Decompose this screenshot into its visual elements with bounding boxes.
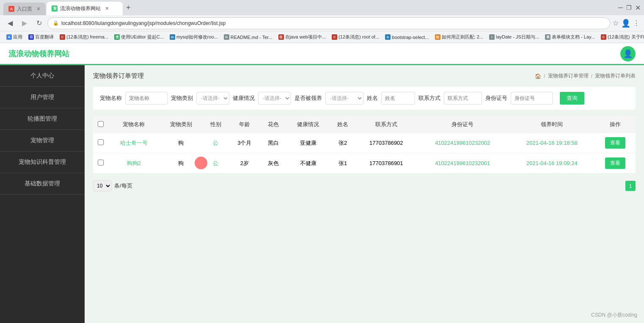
bookmark-form[interactable]: 表 表单模块文档 - Lay... <box>542 33 598 41</box>
row1-health: 亚健康 <box>286 133 330 153</box>
col-owner: 姓名 <box>330 116 356 133</box>
main-content: 宠物领养订单管理 🏠 / 宠物领养订单管理 / 宠物领养订单列表 宠物名称 宠物… <box>85 65 644 323</box>
site-logo: 流浪动物领养网站 <box>8 49 620 59</box>
sidebar-item-pets[interactable]: 宠物管理 <box>0 130 85 152</box>
col-health: 健康情况 <box>286 116 330 133</box>
browser-tab-active[interactable]: 宠 流浪动物领养网站 ✕ <box>47 2 123 15</box>
sidebar-item-knowledge[interactable]: 宠物知识科普管理 <box>0 152 85 173</box>
row1-owner: 张2 <box>330 133 356 153</box>
row2-adopt-time: 2021-04-16 19:09:24 <box>509 153 595 174</box>
row2-pet-type: 狗 <box>160 153 203 174</box>
bookmark-freema[interactable]: C (12条消息) freema... <box>57 33 111 41</box>
bookmark-laydate[interactable]: l layDate - JS日期与... <box>486 33 542 41</box>
sidebar-item-users[interactable]: 用户管理 <box>0 87 85 108</box>
user-avatar[interactable]: 👤 <box>620 46 636 61</box>
bookmarks-bar: A 应用 百 百度翻译 C (12条消息) freema... 使 使用UEdi… <box>0 31 644 43</box>
site-body: 个人中心 用户管理 轮播图管理 宠物管理 宠物知识科普管理 基础数据管理 宠物领… <box>0 65 644 323</box>
row2-age: 2岁 <box>229 153 260 174</box>
owner-input[interactable] <box>381 92 415 105</box>
col-adopt-time: 领养时间 <box>509 116 595 133</box>
profile-icon[interactable]: 👤 <box>621 19 630 28</box>
reload-button[interactable]: ↻ <box>33 17 45 29</box>
more-options-icon[interactable]: ⋮ <box>633 19 640 27</box>
bookmark-bootstrap[interactable]: b bootstrap-select... <box>382 33 432 41</box>
row1-age: 3个月 <box>229 133 260 153</box>
row1-idcard: 410224199610232002 <box>416 133 509 153</box>
per-page-label: 条/每页 <box>114 182 132 190</box>
site-header: 流浪动物领养网站 👤 <box>0 43 644 65</box>
row1-view-button[interactable]: 查看 <box>605 137 625 149</box>
breadcrumb-level1: 宠物领养订单管理 <box>548 72 589 80</box>
row2-idcard: 410224199610232001 <box>416 153 509 174</box>
sidebar-item-basic[interactable]: 基础数据管理 <box>0 173 85 195</box>
bookmark-apps[interactable]: A 应用 <box>3 33 25 41</box>
adopted-label: 是否被领养 <box>294 94 322 102</box>
health-select[interactable]: -请选择- 健康 亚健康 不健康 <box>258 92 291 105</box>
health-label: 健康情况 <box>233 94 255 102</box>
sidebar-item-personal[interactable]: 个人中心 <box>0 65 85 87</box>
idcard-input[interactable] <box>511 92 553 105</box>
col-color: 花色 <box>260 116 287 133</box>
col-contact: 联系方式 <box>356 116 417 133</box>
col-age: 年龄 <box>229 116 260 133</box>
bookmark-flay[interactable]: C (12条消息) 关于Flay... <box>598 33 644 41</box>
sidebar: 个人中心 用户管理 轮播图管理 宠物管理 宠物知识科普管理 基础数据管理 <box>0 65 85 323</box>
restore-icon[interactable]: ❐ <box>626 4 632 11</box>
row1-color: 黑白 <box>260 133 287 153</box>
row2-pet-name[interactable]: 狗狗2 <box>108 153 160 174</box>
row2-health: 不健康 <box>286 153 330 174</box>
tab-close-icon[interactable]: ✕ <box>105 6 109 11</box>
close-icon[interactable]: ✕ <box>635 4 641 12</box>
col-pet-type: 宠物类别 <box>160 116 203 133</box>
lock-icon: 🔒 <box>53 20 59 26</box>
col-idcard: 身份证号 <box>416 116 509 133</box>
back-button[interactable]: ◀ <box>4 17 16 29</box>
row1-pet-type: 狗 <box>160 133 203 153</box>
page-number[interactable]: 1 <box>625 181 636 191</box>
browser-tab-inactive[interactable]: A 入口页 ✕ <box>3 3 46 15</box>
bookmark-ueditor[interactable]: 使 使用UEditor 提起C... <box>111 33 167 41</box>
bookmark-baidu[interactable]: 百 百度翻译 <box>25 33 57 41</box>
bookmark-mysql[interactable]: m mysql如何修改roo... <box>167 33 221 41</box>
row2-contact: 17703786901 <box>356 153 417 174</box>
page-header: 宠物领养订单管理 🏠 / 宠物领养订单管理 / 宠物领养订单列表 <box>93 72 636 80</box>
minimize-icon[interactable]: ─ <box>618 4 623 11</box>
bookmark-icon[interactable]: ☆ <box>613 19 619 27</box>
pet-type-label: 宠物类别 <box>171 94 193 102</box>
sidebar-item-carousel[interactable]: 轮播图管理 <box>0 108 85 130</box>
select-all-checkbox[interactable] <box>98 121 104 127</box>
row1-contact: 17703786902 <box>356 133 417 153</box>
search-button[interactable]: 查询 <box>560 92 584 105</box>
adopted-select[interactable]: -请选择- 是 否 <box>325 92 363 105</box>
bookmark-java[interactable]: 在 在java web项目中... <box>275 33 329 41</box>
col-pet-name: 宠物名称 <box>108 116 160 133</box>
address-bar[interactable]: 🔒 localhost:8080/liulangdongwulingyang/j… <box>47 17 610 29</box>
address-text: localhost:8080/liulangdongwulingyang/jsp… <box>61 20 226 26</box>
col-action: 操作 <box>595 116 636 133</box>
row1-gender: 公 <box>202 133 229 153</box>
search-bar: 宠物名称 宠物类别 -请选择- 狗 猫 健康情况 -请选择- 健康 亚健康 不健… <box>93 87 636 110</box>
row2-checkbox[interactable] <box>98 160 104 166</box>
row2-owner: 张1 <box>330 153 356 174</box>
row2-view-button[interactable]: 查看 <box>605 157 625 169</box>
contact-input[interactable] <box>444 92 482 105</box>
new-tab-button[interactable]: + <box>124 3 133 12</box>
forward-button[interactable]: ▶ <box>19 17 30 29</box>
pet-name-input[interactable] <box>125 92 168 105</box>
browser-chrome: A 入口页 ✕ 宠 流浪动物领养网站 ✕ + ─ ❐ ✕ <box>0 0 644 15</box>
row1-pet-name[interactable]: 哈士奇一号 <box>108 133 160 153</box>
pet-type-select[interactable]: -请选择- 狗 猫 <box>196 92 229 105</box>
contact-label: 联系方式 <box>418 94 440 102</box>
idcard-label: 身份证号 <box>485 94 507 102</box>
owner-label: 姓名 <box>367 94 378 102</box>
bookmark-regex[interactable]: 如 如何用正则匹配: 2... <box>432 33 486 41</box>
row1-adopt-time: 2021-04-16 19:18:58 <box>509 133 595 153</box>
table-row: 哈士奇一号 狗 公 3个月 黑白 亚健康 张2 17703786902 4102… <box>93 133 636 153</box>
row1-checkbox[interactable] <box>98 139 104 145</box>
website: 流浪动物领养网站 👤 个人中心 用户管理 轮播图管理 宠物管理 宠物知识科普管理… <box>0 43 644 323</box>
bookmark-root[interactable]: C (12条消息) root of... <box>329 33 382 41</box>
page-size-select[interactable]: 10 20 50 <box>93 180 112 191</box>
bookmark-readme[interactable]: G README.md - Ter... <box>221 33 275 41</box>
table-row: 狗狗2 狗 公 2岁 灰色 不健康 张1 17703786901 4102241… <box>93 153 636 174</box>
footer-watermark: CSDN @小蔡coding <box>591 312 637 319</box>
